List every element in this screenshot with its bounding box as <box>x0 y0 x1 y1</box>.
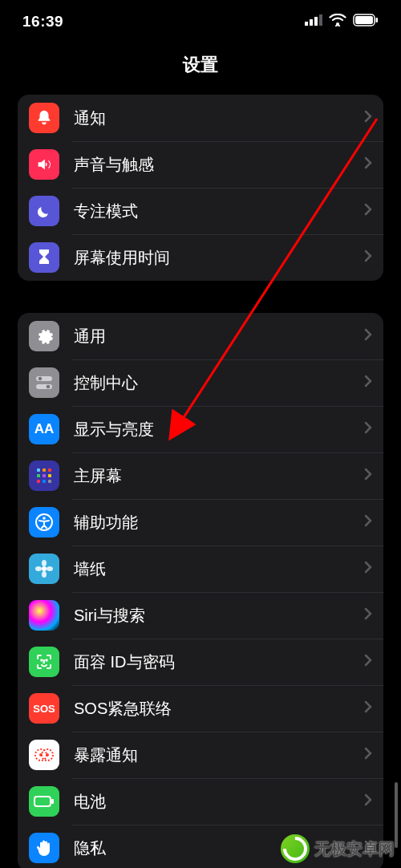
svg-point-26 <box>35 566 42 571</box>
svg-point-28 <box>41 659 43 661</box>
chevron-right-icon <box>364 156 372 172</box>
row-label: 通用 <box>74 326 364 347</box>
gear-icon <box>29 321 59 351</box>
flower-icon <box>29 554 59 584</box>
row-label: 主屏幕 <box>74 465 364 487</box>
chevron-right-icon <box>364 700 372 716</box>
chevron-right-icon <box>364 203 372 219</box>
chevron-right-icon <box>364 514 372 530</box>
svg-rect-1 <box>310 19 313 26</box>
row-label: 专注模式 <box>74 201 364 222</box>
siri-icon <box>29 600 59 631</box>
row-exposure[interactable]: 暴露通知 <box>18 732 383 778</box>
row-wallpaper[interactable]: 墙纸 <box>18 546 383 592</box>
faceid-icon <box>29 647 59 677</box>
row-label: 暴露通知 <box>74 744 364 766</box>
row-faceid[interactable]: 面容 ID与密码 <box>18 639 383 685</box>
scrollbar-thumb[interactable] <box>395 782 398 848</box>
status-indicators <box>305 14 379 30</box>
svg-rect-19 <box>43 480 46 483</box>
row-focus[interactable]: 专注模式 <box>18 188 383 234</box>
row-sos[interactable]: SOS SOS紧急联络 <box>18 685 383 732</box>
row-battery[interactable]: 电池 <box>18 778 383 825</box>
watermark-text: 无极安卓网 <box>314 838 395 860</box>
accessibility-icon <box>29 507 59 537</box>
svg-rect-34 <box>34 797 51 806</box>
row-notifications[interactable]: 通知 <box>18 95 383 141</box>
row-homescreen[interactable]: 主屏幕 <box>18 452 383 499</box>
svg-rect-6 <box>355 16 373 24</box>
row-label: 屏幕使用时间 <box>74 247 364 269</box>
chevron-right-icon <box>364 328 372 344</box>
row-siri[interactable]: Siri与搜索 <box>18 592 383 639</box>
svg-point-25 <box>42 571 47 578</box>
page-title: 设置 <box>0 53 401 77</box>
row-label: 电池 <box>74 791 364 813</box>
svg-point-32 <box>39 753 43 756</box>
svg-point-4 <box>336 22 339 26</box>
hourglass-icon <box>29 242 59 273</box>
row-control-center[interactable]: 控制中心 <box>18 359 383 406</box>
sos-icon: SOS <box>29 693 59 724</box>
settings-group-2: 通用 控制中心 AA 显示与亮度 主屏幕 辅助功能 墙纸 Siri <box>18 313 383 868</box>
chevron-right-icon <box>364 468 372 484</box>
svg-rect-13 <box>43 468 46 472</box>
chevron-right-icon <box>364 793 372 809</box>
row-sounds[interactable]: 声音与触感 <box>18 141 383 188</box>
svg-rect-16 <box>43 474 46 477</box>
chevron-right-icon <box>364 607 372 623</box>
status-time: 16:39 <box>22 13 63 30</box>
grid-icon <box>29 460 59 491</box>
row-general[interactable]: 通用 <box>18 313 383 359</box>
chevron-right-icon <box>364 110 372 126</box>
row-screentime[interactable]: 屏幕使用时间 <box>18 234 383 281</box>
chevron-right-icon <box>364 249 372 266</box>
chevron-right-icon <box>364 421 372 437</box>
svg-rect-3 <box>319 14 322 26</box>
svg-rect-14 <box>48 468 51 472</box>
speaker-icon <box>29 149 59 180</box>
row-label: 面容 ID与密码 <box>74 651 364 673</box>
svg-rect-18 <box>37 480 40 483</box>
page-header: 设置 <box>0 39 401 95</box>
svg-point-23 <box>42 566 47 571</box>
row-label: 控制中心 <box>74 372 364 394</box>
svg-rect-15 <box>37 474 40 477</box>
watermark-logo-icon <box>281 834 310 863</box>
svg-rect-17 <box>48 474 51 477</box>
chevron-right-icon <box>364 654 372 670</box>
svg-rect-0 <box>305 22 308 26</box>
row-label: 辅助功能 <box>74 512 364 533</box>
svg-point-33 <box>46 753 49 756</box>
moon-icon <box>29 196 59 226</box>
row-label: 声音与触感 <box>74 154 364 176</box>
textsize-icon: AA <box>29 414 59 444</box>
row-label: 墙纸 <box>74 558 364 580</box>
chevron-right-icon <box>364 561 372 577</box>
wifi-icon <box>329 14 346 30</box>
svg-point-24 <box>42 560 47 566</box>
status-bar: 16:39 <box>0 0 401 39</box>
svg-point-22 <box>43 517 46 520</box>
row-display-brightness[interactable]: AA 显示与亮度 <box>18 406 383 452</box>
svg-point-11 <box>47 385 51 389</box>
row-label: Siri与搜索 <box>74 605 364 627</box>
battery-row-icon <box>29 786 59 817</box>
svg-rect-35 <box>51 799 54 804</box>
settings-group-1: 通知 声音与触感 专注模式 屏幕使用时间 <box>18 95 383 281</box>
svg-point-9 <box>38 377 43 381</box>
hand-icon <box>29 833 59 863</box>
chevron-right-icon <box>364 747 372 763</box>
svg-rect-20 <box>48 480 51 483</box>
row-label: 通知 <box>74 107 364 129</box>
svg-rect-7 <box>376 18 379 22</box>
chevron-right-icon <box>364 375 372 391</box>
row-accessibility[interactable]: 辅助功能 <box>18 499 383 546</box>
row-label: 显示与亮度 <box>74 419 364 440</box>
watermark: 无极安卓网 <box>281 834 395 863</box>
svg-point-29 <box>46 659 47 661</box>
svg-rect-2 <box>314 17 318 26</box>
battery-icon <box>353 14 379 30</box>
exposure-icon <box>29 740 59 770</box>
svg-rect-12 <box>37 468 40 472</box>
